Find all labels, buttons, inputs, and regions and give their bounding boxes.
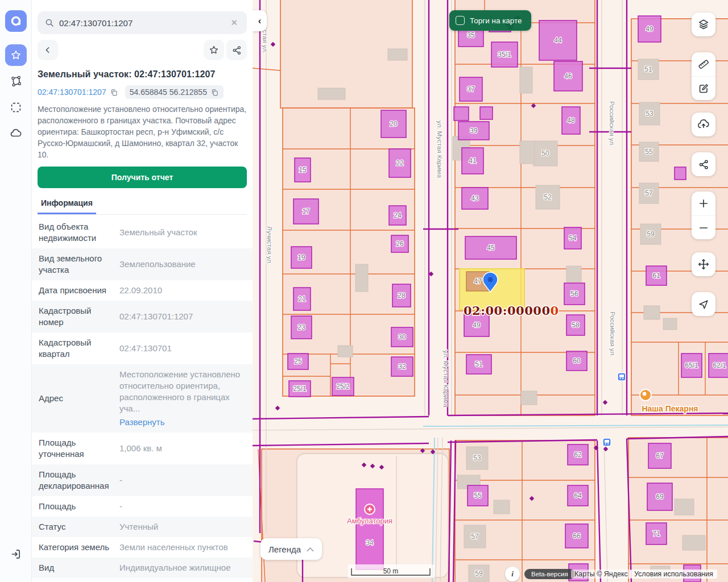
building-registered[interactable] xyxy=(480,107,493,119)
building-unregistered[interactable] xyxy=(318,88,345,99)
ruler-icon xyxy=(697,58,710,70)
row-value: 1,006 кв. м xyxy=(119,443,162,454)
app-logo[interactable] xyxy=(5,10,27,32)
row-label: Кадастровый номер xyxy=(39,305,114,328)
building-number: 23 xyxy=(297,323,305,331)
building-unregistered[interactable] xyxy=(338,346,353,357)
polygon-icon xyxy=(10,75,22,88)
app-window: ✕ Земельны xyxy=(0,0,728,582)
street-label: ул. Мустая Карима xyxy=(436,120,443,178)
cloud-upload-button[interactable] xyxy=(692,113,715,136)
logo-icon xyxy=(9,14,23,28)
sign-in-button[interactable] xyxy=(5,543,27,565)
building-unregistered[interactable] xyxy=(521,391,537,405)
cadastral-boundary-line xyxy=(253,417,429,419)
building-number: 48 xyxy=(567,117,575,124)
chevron-left-icon xyxy=(43,45,52,55)
search-input[interactable] xyxy=(59,18,228,28)
building-number: 17 xyxy=(302,207,310,215)
cadastral-number-link[interactable]: 02:47:130701:1207 xyxy=(38,88,106,97)
ruler-button[interactable] xyxy=(692,52,715,76)
dashed-square-icon xyxy=(10,101,22,114)
building-number: 45 xyxy=(487,244,495,252)
share-icon xyxy=(698,159,710,171)
info-button[interactable]: i xyxy=(505,567,520,581)
table-row: Дата присвоения22.09.2010 xyxy=(32,280,253,301)
road-edge-line xyxy=(604,440,607,582)
zoom-in-button[interactable] xyxy=(692,192,715,215)
table-row: Кадастровый квартал02:47:130701 xyxy=(32,332,253,364)
building-ambulatory[interactable] xyxy=(356,489,383,569)
cadastral-quarter-label: 02:00:000000 xyxy=(464,304,559,318)
building-number: 50 xyxy=(541,149,549,157)
share-button[interactable] xyxy=(226,40,247,60)
terms-link[interactable]: Условия использования xyxy=(630,569,717,579)
share-map-button[interactable] xyxy=(692,152,715,176)
info-table: Вид объекта недвижимостиЗемельный участо… xyxy=(32,217,253,578)
sidebar-item-cloud[interactable] xyxy=(5,123,27,144)
locate-button[interactable] xyxy=(692,292,715,316)
row-value: Земельный участок xyxy=(119,227,197,238)
back-button[interactable] xyxy=(38,40,58,60)
building-unregistered[interactable] xyxy=(566,266,581,282)
building-unregistered[interactable] xyxy=(520,141,535,164)
draw-button[interactable] xyxy=(692,76,715,100)
building-number: 37 xyxy=(467,85,475,93)
share-icon xyxy=(231,45,242,56)
building-number: 39 xyxy=(470,127,478,135)
panel-collapse-button[interactable]: ‹ xyxy=(253,10,267,31)
auctions-checkbox[interactable] xyxy=(456,16,465,25)
layers-button[interactable] xyxy=(692,13,715,36)
building-unregistered[interactable] xyxy=(675,499,694,515)
row-label: Кадастровый квартал xyxy=(39,337,114,360)
search-clear-icon[interactable]: ✕ xyxy=(228,16,240,29)
sidebar-item-favorites[interactable] xyxy=(5,44,27,66)
edit-icon xyxy=(697,82,710,95)
expand-link[interactable]: Развернуть xyxy=(119,417,165,428)
chevron-up-icon xyxy=(307,547,314,552)
building-unregistered[interactable] xyxy=(494,500,510,514)
row-value: - xyxy=(119,501,122,512)
row-label: Площадь xyxy=(39,501,114,512)
pan-button[interactable] xyxy=(692,252,715,276)
auctions-toggle[interactable]: Торги на карте xyxy=(449,10,531,31)
building-registered[interactable] xyxy=(675,167,686,180)
legend-button[interactable]: Легенда xyxy=(260,538,322,560)
row-value: Местоположение установлено относительно … xyxy=(119,369,246,428)
favorite-button[interactable] xyxy=(204,40,224,60)
building-number: 58 xyxy=(572,321,580,329)
copy-icon[interactable] xyxy=(210,88,219,97)
building-unregistered[interactable] xyxy=(644,306,660,319)
map-canvas[interactable]: 5052515355575953575915171921232525/125/2… xyxy=(253,0,728,582)
zoom-out-button[interactable] xyxy=(692,215,715,239)
building-unregistered[interactable] xyxy=(663,318,677,330)
building-number: 21 xyxy=(298,295,306,303)
building-number: 65/1 xyxy=(685,361,698,369)
building-unregistered[interactable] xyxy=(682,535,705,550)
building-number: 49 xyxy=(473,321,481,329)
sidebar-item-polygon-select[interactable] xyxy=(5,70,27,92)
building-number: 46 xyxy=(564,72,572,80)
beta-badge: Beta-версия xyxy=(524,569,575,579)
row-label: Площадь декларированная xyxy=(39,469,114,492)
plus-icon xyxy=(698,198,709,209)
get-report-button[interactable]: Получить отчет xyxy=(38,167,247,188)
building-unregistered[interactable] xyxy=(388,49,407,60)
maps-attribution-link[interactable]: Карты © Яндекс xyxy=(571,569,631,579)
sidebar-item-area-select[interactable] xyxy=(5,97,27,118)
building-number: 15 xyxy=(299,166,307,174)
tab-information[interactable]: Информация xyxy=(38,194,96,214)
building-number: 35 xyxy=(467,31,475,39)
street-label: стая ул. xyxy=(262,30,268,53)
building-unregistered[interactable] xyxy=(355,264,368,292)
bus-stop-glyph xyxy=(605,440,609,443)
building-number: 22 xyxy=(396,159,404,167)
detail-panel: ✕ Земельны xyxy=(32,0,253,582)
building-number: 26 xyxy=(396,240,404,248)
building-number: 52 xyxy=(544,193,552,201)
building-unregistered[interactable] xyxy=(520,67,532,93)
building-number: 64 xyxy=(574,492,582,500)
copy-icon[interactable] xyxy=(110,88,118,97)
building-number: 19 xyxy=(297,253,305,261)
building-registered[interactable] xyxy=(454,107,469,120)
